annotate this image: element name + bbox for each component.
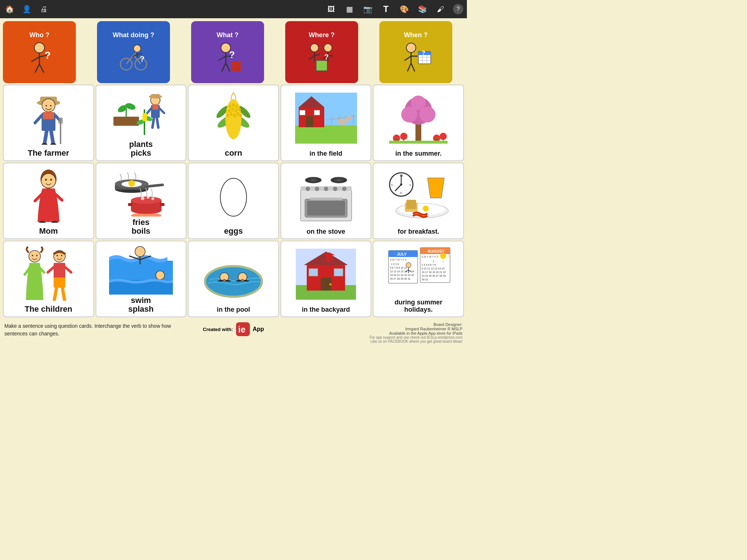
breakfast-text: for breakfast.: [398, 228, 439, 236]
plants-picks-cell[interactable]: plants picks: [96, 85, 187, 161]
svg-point-163: [324, 187, 328, 191]
svg-line-4: [35, 64, 39, 73]
svg-point-149: [131, 213, 162, 217]
facebook-label: Like us on FACEBOOK where you get great …: [271, 339, 462, 343]
svg-text:1: 1: [433, 260, 434, 262]
svg-rect-153: [307, 201, 345, 215]
image-icon[interactable]: 🖼: [325, 3, 337, 15]
svg-text:?: ?: [324, 53, 329, 61]
breakfast-cell[interactable]: 12 3 6 9 for breakfast.: [373, 163, 464, 239]
svg-rect-190: [54, 277, 65, 288]
created-with-label: Created with:: [203, 327, 233, 332]
svg-point-164: [333, 187, 337, 191]
fries-boils-cell[interactable]: fries boils: [96, 163, 187, 239]
svg-point-97: [239, 114, 242, 117]
svg-line-2: [31, 57, 39, 62]
svg-line-21: [222, 63, 226, 71]
svg-point-160: [337, 179, 341, 181]
field-cell[interactable]: in the field: [280, 85, 372, 161]
svg-rect-218: [309, 269, 318, 276]
svg-point-62: [42, 143, 47, 145]
doing-illustration: ?: [117, 40, 150, 73]
farmer-text: The farmer: [28, 149, 69, 158]
svg-rect-147: [128, 203, 132, 206]
camera-icon[interactable]: 📷: [362, 3, 374, 15]
who-illustration: ?: [25, 40, 54, 73]
svg-rect-126: [389, 141, 448, 144]
question-card-where[interactable]: Where ? ?: [285, 21, 358, 83]
pool-cell[interactable]: in the pool: [188, 241, 279, 317]
grid-icon[interactable]: ▦: [344, 3, 355, 15]
svg-point-35: [406, 43, 416, 52]
svg-point-117: [411, 96, 426, 110]
question-card-what[interactable]: What ? ?: [191, 21, 264, 83]
svg-rect-219: [334, 269, 343, 276]
eggs-text: eggs: [224, 227, 243, 236]
mom-text: Mom: [39, 227, 58, 236]
brush-icon[interactable]: 🖌: [435, 3, 446, 15]
printer-icon[interactable]: 🖨: [38, 3, 50, 15]
svg-rect-70: [151, 94, 160, 98]
svg-point-63: [50, 143, 56, 145]
svg-point-86: [229, 105, 232, 108]
svg-text:16 17 18 19 20 21 22: 16 17 18 19 20 21 22: [422, 271, 446, 273]
svg-line-37: [405, 56, 411, 61]
holidays-cell[interactable]: JULY S M T W T F S 1 2 3 4 5 6 7 8 9 10 …: [373, 241, 464, 317]
stove-illustration: [283, 166, 369, 227]
stove-text: on the stove: [307, 228, 345, 236]
question-card-when[interactable]: When ? ?: [379, 21, 452, 83]
svg-point-130: [50, 179, 52, 180]
home-icon[interactable]: 🏠: [4, 3, 15, 15]
backyard-illustration: [283, 244, 369, 305]
farmer-cell[interactable]: The farmer: [3, 85, 94, 161]
svg-point-143: [131, 197, 162, 204]
when-illustration: ?: [399, 40, 432, 73]
svg-rect-148: [160, 203, 165, 206]
question-card-doing[interactable]: What doing ? ?: [97, 21, 170, 83]
svg-point-90: [231, 108, 234, 111]
svg-rect-72: [152, 104, 158, 110]
summer-cell[interactable]: in the summer.: [373, 85, 464, 161]
eggs-cell[interactable]: eggs: [188, 163, 279, 239]
children-cell[interactable]: The children: [3, 241, 94, 317]
svg-line-74: [160, 109, 164, 113]
svg-rect-178: [406, 200, 416, 209]
svg-line-193: [54, 288, 57, 300]
person-icon[interactable]: 👤: [21, 3, 32, 15]
svg-line-19: [218, 56, 226, 61]
svg-line-55: [35, 116, 42, 123]
svg-point-129: [45, 179, 47, 180]
svg-text:?: ?: [422, 50, 425, 56]
svg-point-187: [57, 255, 58, 256]
svg-rect-102: [306, 116, 313, 127]
fries-boils-text: fries boils: [132, 217, 150, 236]
backyard-cell[interactable]: in the backyard: [280, 241, 372, 317]
during-summer-text: during summer: [395, 299, 442, 306]
boils-text: boils: [132, 227, 150, 236]
svg-line-40: [411, 63, 415, 71]
svg-line-75: [152, 118, 154, 128]
layers-icon[interactable]: 📚: [417, 3, 428, 15]
svg-text:9: 9: [391, 183, 393, 187]
svg-line-60: [44, 131, 47, 144]
svg-text:26 27 28 29 30 31: 26 27 28 29 30 31: [390, 277, 411, 280]
question-card-who[interactable]: Who ? ?: [3, 21, 76, 83]
mom-cell[interactable]: Mom: [3, 163, 94, 239]
paint-icon[interactable]: 🎨: [398, 3, 410, 15]
corn-cell[interactable]: corn: [188, 85, 279, 161]
svg-rect-99: [295, 125, 357, 144]
svg-line-76: [157, 118, 158, 128]
stove-cell[interactable]: on the stove: [280, 163, 372, 239]
plants-text: plants: [129, 140, 153, 149]
help-icon[interactable]: ?: [453, 4, 463, 14]
backyard-text: in the backyard: [302, 306, 350, 314]
svg-point-96: [236, 112, 239, 116]
svg-rect-189: [54, 263, 65, 278]
svg-line-39: [407, 63, 411, 71]
svg-rect-113: [415, 122, 421, 142]
text-icon[interactable]: T: [380, 3, 392, 15]
bottom-description: Make a sentence using question cards. In…: [4, 322, 196, 338]
swim-splash-cell[interactable]: swim splash: [96, 241, 187, 317]
svg-point-94: [230, 112, 233, 116]
plants-picks-text: plants picks: [129, 139, 153, 158]
